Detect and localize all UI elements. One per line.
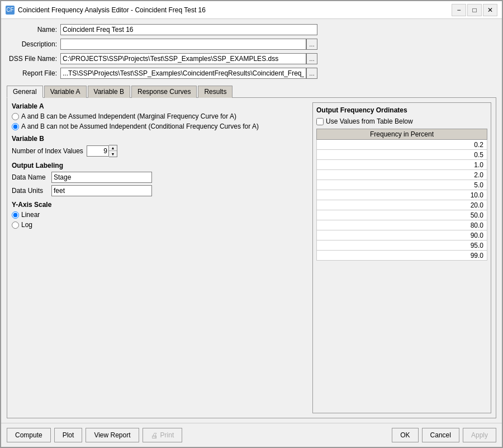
num-index-spinner: ▲ ▼ — [87, 145, 117, 157]
radio-conditional-label: A and B can not be Assumed Independent (… — [21, 122, 259, 130]
radio-linear-row[interactable]: Linear — [12, 211, 307, 219]
tab-response-curves[interactable]: Response Curves — [131, 86, 197, 98]
report-file-label: Report File: — [7, 69, 57, 77]
cancel-button[interactable]: Cancel — [422, 428, 459, 442]
num-index-input[interactable] — [87, 145, 109, 157]
variable-b-section: Variable B Number of Index Values ▲ ▼ — [12, 135, 307, 157]
description-browse-button[interactable]: … — [306, 39, 317, 50]
tab-variable-b[interactable]: Variable B — [88, 86, 130, 98]
tab-variable-a[interactable]: Variable A — [44, 86, 87, 98]
name-input[interactable] — [60, 24, 317, 35]
radio-log[interactable] — [12, 221, 19, 229]
view-report-button[interactable]: View Report — [86, 428, 139, 442]
bottom-right-buttons: OK Cancel Apply — [392, 428, 496, 442]
use-values-label: Use Values from Table Below — [326, 117, 413, 125]
frequency-cell[interactable]: 20.0 — [317, 200, 487, 210]
radio-log-label: Log — [21, 221, 32, 229]
spinner-down-button[interactable]: ▼ — [109, 151, 117, 157]
variable-a-section: Variable A A and B can be Assumed Indepe… — [12, 102, 307, 130]
dss-file-browse-button[interactable]: … — [306, 53, 317, 64]
frequency-cell[interactable]: 50.0 — [317, 210, 487, 220]
ok-button[interactable]: OK — [392, 428, 418, 442]
compute-button[interactable]: Compute — [7, 428, 51, 442]
frequency-cell[interactable]: 2.0 — [317, 170, 487, 180]
radio-independent[interactable] — [12, 113, 19, 120]
title-bar: CF Coincident Frequency Analysis Editor … — [1, 1, 502, 19]
frequency-cell[interactable]: 1.0 — [317, 160, 487, 170]
use-values-row: Use Values from Table Below — [316, 117, 487, 125]
close-button[interactable]: ✕ — [483, 4, 497, 16]
spinner-up-button[interactable]: ▲ — [109, 145, 117, 151]
title-bar-controls: − □ ✕ — [452, 4, 497, 16]
bottom-left-buttons: Compute Plot View Report 🖨 Print — [7, 428, 388, 442]
apply-button[interactable]: Apply — [463, 428, 496, 442]
tab-general[interactable]: General — [7, 86, 43, 98]
yaxis-section: Y-Axis Scale Linear Log — [12, 201, 307, 229]
data-name-input[interactable] — [51, 172, 152, 183]
radio-log-row[interactable]: Log — [12, 221, 307, 229]
frequency-cell[interactable]: 90.0 — [317, 230, 487, 240]
right-panel: Output Frequency Ordinates Use Values fr… — [312, 102, 491, 413]
data-units-label: Data Units — [12, 187, 48, 195]
window-icon: CF — [6, 6, 15, 15]
output-labeling-title: Output Labeling — [12, 162, 307, 169]
tabs-area: General Variable A Variable B Response C… — [7, 85, 496, 418]
report-file-browse-button[interactable]: … — [306, 68, 317, 79]
window-title: Coincident Frequency Analysis Editor - C… — [18, 6, 452, 14]
radio-linear-label: Linear — [21, 211, 40, 219]
spinner-buttons: ▲ ▼ — [109, 145, 117, 157]
minimize-button[interactable]: − — [452, 4, 466, 16]
data-name-label: Data Name — [12, 173, 48, 181]
variable-b-title: Variable B — [12, 135, 307, 143]
tab-results[interactable]: Results — [198, 86, 232, 98]
print-button[interactable]: 🖨 Print — [143, 428, 183, 442]
dss-file-label: DSS File Name: — [7, 55, 57, 63]
frequency-cell[interactable]: 0.5 — [317, 150, 487, 160]
report-file-input[interactable] — [60, 68, 306, 79]
plot-button[interactable]: Plot — [54, 428, 83, 442]
content-area: Name: Description: … DSS File Name: … Re… — [1, 19, 502, 423]
radio-linear[interactable] — [12, 211, 19, 219]
num-index-row: Number of Index Values ▲ ▼ — [12, 145, 307, 157]
name-row: Name: — [7, 23, 496, 36]
print-icon: 🖨 — [151, 431, 158, 440]
description-label: Description: — [7, 40, 57, 48]
frequency-cell[interactable]: 80.0 — [317, 220, 487, 230]
left-panel: Variable A A and B can be Assumed Indepe… — [12, 102, 307, 413]
report-file-row: Report File: … — [7, 67, 496, 79]
frequency-cell[interactable]: 99.0 — [317, 251, 487, 261]
description-row: Description: … — [7, 38, 496, 50]
radio-conditional[interactable] — [12, 123, 19, 130]
frequency-cell[interactable]: 95.0 — [317, 240, 487, 251]
data-name-row: Data Name — [12, 172, 307, 183]
tabs-bar: General Variable A Variable B Response C… — [7, 85, 496, 98]
frequency-cell[interactable]: 0.2 — [317, 140, 487, 150]
data-units-input[interactable] — [51, 185, 152, 196]
dss-file-row: DSS File Name: … — [7, 53, 496, 65]
radio-conditional-row[interactable]: A and B can not be Assumed Independent (… — [12, 122, 307, 130]
main-window: CF Coincident Frequency Analysis Editor … — [0, 0, 503, 448]
description-input[interactable] — [60, 39, 306, 50]
radio-independent-row[interactable]: A and B can be Assumed Independent (Marg… — [12, 112, 307, 120]
num-index-label: Number of Index Values — [12, 147, 83, 155]
bottom-bar: Compute Plot View Report 🖨 Print OK Canc… — [1, 423, 502, 447]
yaxis-scale-title: Y-Axis Scale — [12, 201, 307, 209]
radio-independent-label: A and B can be Assumed Independent (Marg… — [21, 112, 236, 120]
frequency-table: Frequency in Percent 0.20.51.02.05.010.0… — [316, 129, 487, 261]
dss-file-input[interactable] — [60, 53, 306, 64]
name-label: Name: — [7, 26, 57, 34]
output-labeling-section: Output Labeling Data Name Data Units — [12, 162, 307, 196]
print-label: Print — [160, 431, 174, 439]
right-panel-title: Output Frequency Ordinates — [316, 106, 487, 114]
tab-content-general: Variable A A and B can be Assumed Indepe… — [7, 98, 496, 418]
use-values-checkbox[interactable] — [316, 118, 324, 125]
variable-a-title: Variable A — [12, 102, 307, 110]
freq-column-header: Frequency in Percent — [317, 129, 487, 140]
maximize-button[interactable]: □ — [467, 4, 482, 16]
data-units-row: Data Units — [12, 185, 307, 196]
frequency-cell[interactable]: 5.0 — [317, 180, 487, 190]
frequency-cell[interactable]: 10.0 — [317, 190, 487, 200]
